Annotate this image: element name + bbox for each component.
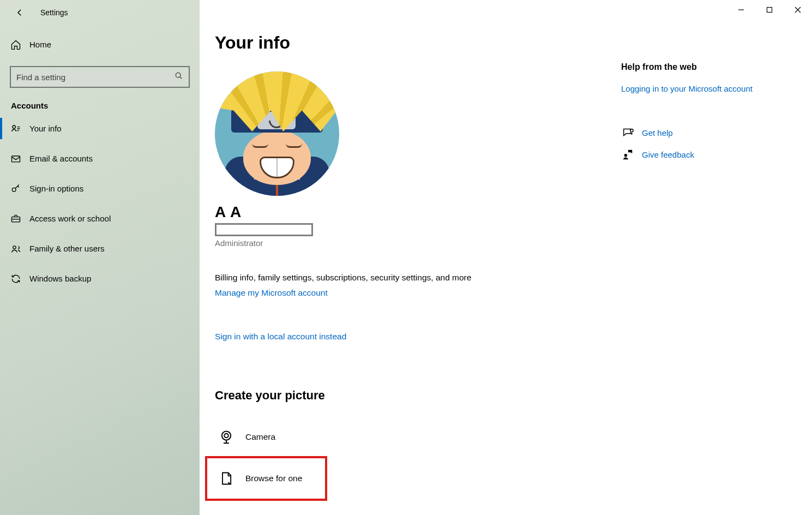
briefcase-icon	[10, 213, 22, 225]
nav-item-access-work-school[interactable]: Access work or school	[0, 203, 200, 233]
create-picture-heading: Create your picture	[215, 388, 570, 403]
nav-item-windows-backup[interactable]: Windows backup	[0, 264, 200, 294]
feedback-icon	[621, 148, 634, 161]
help-link-login[interactable]: Logging in to your Microsoft account	[621, 84, 790, 93]
svg-point-8	[224, 434, 228, 438]
billing-description: Billing info, family settings, subscript…	[215, 273, 570, 283]
nav-item-family-users[interactable]: Family & other users	[0, 233, 200, 264]
camera-icon	[217, 428, 236, 446]
search-input[interactable]	[16, 73, 158, 82]
highlight-box: Browse for one	[205, 456, 327, 501]
person-card-icon	[10, 123, 22, 135]
nav-home-label: Home	[29, 40, 51, 49]
sync-icon	[10, 273, 22, 285]
nav-label: Windows backup	[29, 274, 91, 283]
nav-label: Sign-in options	[29, 184, 83, 193]
browse-option[interactable]: Browse for one	[217, 459, 325, 498]
search-icon	[175, 71, 183, 82]
window-chrome	[727, 0, 812, 20]
nav-section-label: Accounts	[0, 88, 200, 113]
user-role: Administrator	[215, 238, 570, 248]
camera-option[interactable]: Camera	[215, 418, 570, 456]
svg-rect-6	[767, 8, 772, 13]
local-account-link[interactable]: Sign in with a local account instead	[215, 332, 346, 342]
manage-account-link[interactable]: Manage my Microsoft account	[215, 288, 328, 298]
file-icon	[217, 469, 236, 488]
user-name: A A	[215, 203, 570, 221]
nav-item-email-accounts[interactable]: Email & accounts	[0, 143, 200, 173]
main-pane: Your info A A Administrator Billing info…	[200, 0, 812, 515]
back-button[interactable]	[9, 2, 31, 23]
svg-point-0	[176, 73, 181, 77]
nav-label: Your info	[29, 124, 62, 133]
help-pane: Help from the web Logging in to your Mic…	[621, 62, 790, 170]
svg-point-9	[631, 134, 632, 134]
profile-avatar	[215, 71, 339, 196]
browse-label: Browse for one	[245, 474, 302, 483]
search-box[interactable]	[10, 66, 190, 88]
get-help-link[interactable]: Get help	[621, 126, 790, 139]
people-icon	[10, 243, 22, 255]
chat-help-icon	[621, 126, 634, 139]
nav-label: Access work or school	[29, 214, 111, 223]
redacted-field	[215, 223, 313, 236]
window-title: Settings	[40, 8, 68, 17]
nav-item-your-info[interactable]: Your info	[0, 113, 200, 143]
nav-item-signin-options[interactable]: Sign-in options	[0, 173, 200, 203]
nav-label: Email & accounts	[29, 154, 93, 163]
svg-point-1	[13, 125, 15, 128]
help-title: Help from the web	[621, 62, 790, 72]
svg-rect-2	[12, 156, 20, 162]
close-button[interactable]	[784, 0, 812, 20]
svg-point-3	[12, 188, 16, 191]
home-icon	[10, 39, 22, 51]
nav-home[interactable]: Home	[0, 29, 200, 59]
nav-pane: Settings Home Accounts Your info	[0, 0, 200, 515]
give-feedback-link[interactable]: Give feedback	[621, 148, 790, 161]
key-icon	[10, 183, 22, 195]
nav-label: Family & other users	[29, 244, 105, 253]
get-help-label: Get help	[642, 128, 673, 137]
mail-icon	[10, 153, 22, 165]
page-title: Your info	[215, 33, 570, 53]
maximize-button[interactable]	[755, 0, 784, 20]
camera-label: Camera	[245, 432, 275, 442]
minimize-button[interactable]	[727, 0, 755, 20]
svg-point-7	[222, 431, 231, 440]
feedback-label: Give feedback	[642, 150, 694, 159]
svg-point-5	[13, 245, 16, 248]
